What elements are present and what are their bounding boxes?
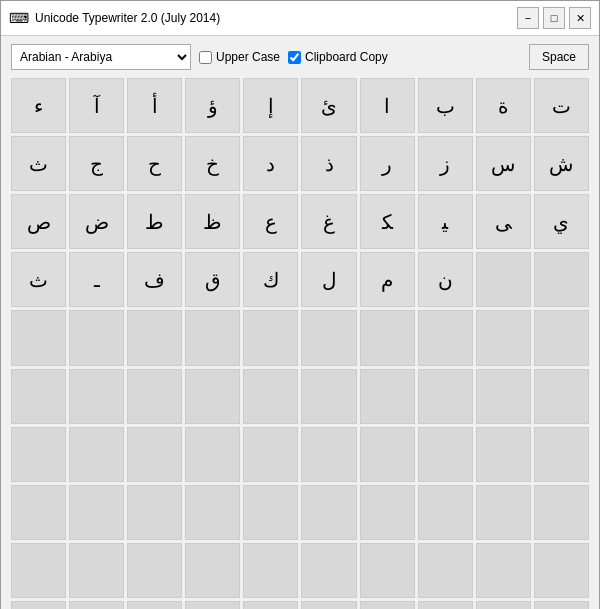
char-cell[interactable]: أ: [127, 78, 182, 133]
char-cell[interactable]: ﻰ: [476, 194, 531, 249]
char-cell: [476, 369, 531, 424]
char-cell[interactable]: ش: [534, 136, 589, 191]
char-cell: [360, 427, 415, 482]
char-cell: [243, 485, 298, 540]
char-cell: [127, 310, 182, 365]
char-cell: [243, 310, 298, 365]
char-cell[interactable]: ب: [418, 78, 473, 133]
char-cell[interactable]: د: [243, 136, 298, 191]
char-cell: [127, 485, 182, 540]
char-cell[interactable]: ث: [11, 136, 66, 191]
char-cell[interactable]: ئ: [301, 78, 356, 133]
close-button[interactable]: ✕: [569, 7, 591, 29]
char-cell: [69, 601, 124, 609]
char-cell: [534, 485, 589, 540]
char-cell: [69, 543, 124, 598]
char-cell: [418, 427, 473, 482]
char-cell: [360, 485, 415, 540]
char-cell: [418, 601, 473, 609]
char-cell: [185, 601, 240, 609]
clipboard-checkbox-label[interactable]: Clipboard Copy: [288, 50, 388, 64]
clipboard-label: Clipboard Copy: [305, 50, 388, 64]
char-cell: [127, 427, 182, 482]
clipboard-checkbox[interactable]: [288, 51, 301, 64]
language-select[interactable]: Arabian - Arabiya: [11, 44, 191, 70]
char-cell: [476, 310, 531, 365]
char-cell: [11, 369, 66, 424]
char-cell: [11, 427, 66, 482]
uppercase-checkbox-label[interactable]: Upper Case: [199, 50, 280, 64]
char-cell: [301, 543, 356, 598]
char-cell[interactable]: ج: [69, 136, 124, 191]
char-cell: [185, 427, 240, 482]
uppercase-checkbox[interactable]: [199, 51, 212, 64]
char-cell[interactable]: ت: [534, 78, 589, 133]
app-window: ⌨ Unicode Typewriter 2.0 (July 2014) − □…: [0, 0, 600, 609]
char-cell: [476, 427, 531, 482]
char-cell[interactable]: ء: [11, 78, 66, 133]
char-cell[interactable]: ع: [243, 194, 298, 249]
main-content: Arabian - Arabiya Upper Case Clipboard C…: [1, 36, 599, 609]
char-cell: [476, 543, 531, 598]
char-cell: [534, 252, 589, 307]
char-cell: [11, 310, 66, 365]
char-cell: [243, 427, 298, 482]
char-cell: [476, 485, 531, 540]
char-cell: [301, 310, 356, 365]
char-cell[interactable]: ض: [69, 194, 124, 249]
char-cell[interactable]: ﻱ: [534, 194, 589, 249]
title-controls: − □ ✕: [517, 7, 591, 29]
char-cell[interactable]: آ: [69, 78, 124, 133]
char-cell[interactable]: ة: [476, 78, 531, 133]
char-cell[interactable]: ؤ: [185, 78, 240, 133]
char-cell[interactable]: ز: [418, 136, 473, 191]
char-cell: [127, 369, 182, 424]
char-cell[interactable]: غ: [301, 194, 356, 249]
char-cell[interactable]: ذ: [301, 136, 356, 191]
char-cell[interactable]: ـ: [69, 252, 124, 307]
char-cell: [301, 601, 356, 609]
char-cell: [534, 427, 589, 482]
char-cell: [418, 485, 473, 540]
char-cell[interactable]: ح: [127, 136, 182, 191]
char-cell: [418, 543, 473, 598]
char-cell: [301, 485, 356, 540]
char-cell: [243, 601, 298, 609]
space-button[interactable]: Space: [529, 44, 589, 70]
char-cell: [476, 601, 531, 609]
char-cell: [534, 601, 589, 609]
char-cell[interactable]: ق: [185, 252, 240, 307]
minimize-button[interactable]: −: [517, 7, 539, 29]
char-cell[interactable]: إ: [243, 78, 298, 133]
maximize-button[interactable]: □: [543, 7, 565, 29]
char-cell: [69, 310, 124, 365]
char-cell: [418, 310, 473, 365]
char-cell: [127, 543, 182, 598]
char-cell[interactable]: س: [476, 136, 531, 191]
toolbar: Arabian - Arabiya Upper Case Clipboard C…: [11, 44, 589, 70]
char-cell: [185, 369, 240, 424]
char-cell: [11, 543, 66, 598]
char-cell[interactable]: ك: [243, 252, 298, 307]
char-cell[interactable]: خ: [185, 136, 240, 191]
char-cell[interactable]: ص: [11, 194, 66, 249]
char-cell: [360, 369, 415, 424]
character-grid: ءآأؤإئابةتثجحخدذرزسشصضطظعغﻜﻴﻰﻱﺙـفقكلمن: [11, 78, 589, 609]
char-cell: [534, 369, 589, 424]
char-cell[interactable]: ﺙ: [11, 252, 66, 307]
char-cell[interactable]: ط: [127, 194, 182, 249]
char-cell: [185, 310, 240, 365]
char-cell[interactable]: ظ: [185, 194, 240, 249]
char-cell[interactable]: ا: [360, 78, 415, 133]
char-cell[interactable]: ف: [127, 252, 182, 307]
char-cell[interactable]: ر: [360, 136, 415, 191]
title-bar-left: ⌨ Unicode Typewriter 2.0 (July 2014): [9, 10, 220, 26]
char-cell: [534, 543, 589, 598]
title-bar: ⌨ Unicode Typewriter 2.0 (July 2014) − □…: [1, 1, 599, 36]
char-cell: [534, 310, 589, 365]
char-cell[interactable]: ن: [418, 252, 473, 307]
char-cell[interactable]: ﻜ: [360, 194, 415, 249]
char-cell[interactable]: ﻴ: [418, 194, 473, 249]
char-cell[interactable]: م: [360, 252, 415, 307]
char-cell[interactable]: ل: [301, 252, 356, 307]
